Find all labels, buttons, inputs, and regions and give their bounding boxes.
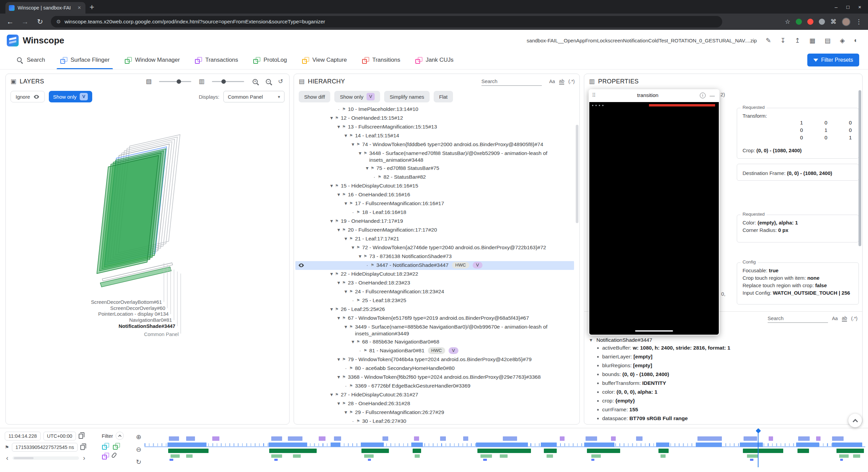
hierarchy-node[interactable]: ▾⚑68 - 885b63e NavigationBar0#68 — [295, 338, 574, 347]
hierarchy-node[interactable]: ▾⚑12 - OneHanded:15:15#12 — [295, 114, 574, 123]
hierarchy-node[interactable]: ·⚑3369 - 67726bf EdgeBackGestureHandler0… — [295, 382, 574, 391]
surfaceflinger-track-bar[interactable] — [656, 442, 669, 447]
bookmark-star-icon[interactable]: ☆ — [785, 18, 790, 25]
viewcapture-track-bar[interactable] — [293, 454, 301, 458]
new-tab-button[interactable]: + — [90, 1, 94, 13]
zoom-out-icon[interactable]: − — [266, 79, 271, 84]
current-time-field[interactable]: 11:04:14.228 — [5, 432, 41, 440]
simplify-names-toggle[interactable]: Simplify names — [384, 91, 430, 102]
transition-track-bar[interactable] — [440, 436, 446, 441]
dashboard-icon[interactable]: ▦ — [809, 37, 815, 44]
expand-arrow-icon[interactable]: ▾ — [328, 391, 335, 398]
hierarchy-node[interactable]: ▾⚑73 - 8736138 NotificationShade#73 — [295, 252, 574, 261]
hierarchy-node[interactable]: ▾⚑24 - FullscreenMagnification:18:23#24 — [295, 288, 574, 296]
nav-tab-transactions[interactable]: Transactions — [187, 51, 245, 69]
hierarchy-node[interactable]: ·⚑30 - Leaf:26:27#30 — [295, 417, 574, 423]
info-icon[interactable]: i — [700, 93, 706, 98]
expand-arrow-icon[interactable]: ▾ — [335, 400, 342, 407]
protolog-track-bar[interactable] — [591, 459, 594, 461]
url-bar[interactable]: ⚙ winscope.teams.x20web.corp.google.com/… — [51, 16, 722, 27]
forward-icon[interactable]: → — [19, 18, 31, 26]
timeline-next-button[interactable]: › — [82, 454, 87, 462]
hierarchy-node[interactable]: ▾⚑13 - FullscreenMagnification:15:15#13 — [295, 123, 574, 132]
regex-icon[interactable]: (.*) — [851, 316, 857, 321]
surfaceflinger-track-bar[interactable] — [411, 442, 423, 447]
nav-tab-protolog[interactable]: ProtoLog — [245, 51, 294, 69]
property-row[interactable]: barrierLayer: [empty] — [588, 353, 859, 362]
hierarchy-search-input[interactable] — [481, 77, 542, 86]
bug-report-icon[interactable]: ◈ — [840, 37, 845, 44]
spacing-slider[interactable] — [212, 81, 244, 82]
property-row[interactable]: activeBuffer: w: 1080, h: 2400, stride: … — [588, 345, 859, 353]
expand-arrow-icon[interactable]: ▾ — [588, 337, 594, 343]
property-row[interactable]: blurRegions: [empty] — [588, 362, 859, 371]
nav-tab-search[interactable]: Search — [9, 51, 53, 69]
viewcapture-track-bar[interactable] — [271, 454, 282, 458]
window-maximize-icon[interactable]: □ — [846, 4, 849, 10]
expand-arrow-icon[interactable]: ▾ — [342, 132, 349, 139]
expand-arrow-icon[interactable]: ▾ — [342, 288, 349, 295]
transition-track-bar[interactable] — [288, 436, 302, 441]
layers-3d-canvas[interactable]: ScreenDecorOverlayBottom#61 ScreenDecorO… — [6, 105, 289, 424]
attachment-icon[interactable] — [111, 452, 117, 458]
collapse-filter-button[interactable] — [116, 432, 124, 440]
surfaceflinger-track-bar[interactable] — [269, 442, 308, 447]
reload-icon[interactable]: ↻ — [34, 18, 46, 26]
viewcapture-track-bar[interactable] — [186, 454, 193, 458]
hierarchy-node[interactable]: ▾⚑28 - OneHanded:26:31#28 — [295, 399, 574, 408]
site-settings-icon[interactable]: ⚙ — [56, 19, 61, 25]
expand-arrow-icon[interactable]: ▾ — [342, 200, 349, 207]
timeline-prev-button[interactable]: ‹ — [5, 454, 10, 462]
transition-track-bar[interactable] — [334, 436, 341, 441]
protolog-track-bar[interactable] — [368, 459, 371, 461]
surfaceflinger-track-bar[interactable] — [584, 442, 614, 447]
layer-label[interactable]: PointerLocation - display 0#134 — [98, 311, 169, 317]
browser-tab[interactable]: Winscope | sandbox-FAI × — [5, 2, 85, 14]
expand-arrow-icon[interactable]: ▾ — [328, 115, 335, 121]
visibility-eye-icon[interactable] — [295, 262, 307, 269]
surfaceflinger-track-bar[interactable] — [167, 442, 206, 447]
transition-track-alt-bar[interactable] — [414, 436, 419, 441]
upload-icon[interactable]: ↥ — [795, 37, 800, 44]
transition-track-bar[interactable] — [832, 436, 844, 441]
properties-scrollbar[interactable] — [859, 90, 861, 246]
zoom-in-icon[interactable]: + — [253, 79, 258, 84]
transition-track-bar[interactable] — [586, 436, 597, 441]
hierarchy-node[interactable]: ▾⚑3449 - Surface(name=885b63e Navigation… — [295, 323, 574, 338]
transition-track-bar[interactable] — [503, 436, 517, 441]
windowmanager-track-bar[interactable] — [743, 449, 783, 453]
expand-arrow-icon[interactable]: ▾ — [328, 271, 335, 277]
show-diff-toggle[interactable]: Show diff — [299, 91, 330, 102]
expand-arrow-icon[interactable]: ▾ — [328, 218, 335, 224]
viewcapture-track-bar[interactable] — [415, 454, 420, 458]
hierarchy-node[interactable]: ▾⚑19 - OneHanded:17:17#19 — [295, 217, 574, 226]
windowmanager-track-bar[interactable] — [658, 449, 669, 453]
hierarchy-node[interactable]: ▾⚑75 - ed70f88 StatusBar#75 — [295, 164, 574, 173]
hierarchy-node[interactable]: ▾⚑17 - FullscreenMagnification:16:16#17 — [295, 199, 574, 208]
transition-track-bar[interactable] — [271, 436, 282, 441]
transition-track-bar[interactable] — [744, 436, 757, 441]
viewcapture-track-bar[interactable] — [839, 454, 849, 458]
drag-handle-icon[interactable]: ⠿ — [592, 92, 596, 98]
regex-icon[interactable]: (.*) — [568, 79, 575, 84]
hierarchy-node[interactable]: ▾⚑16 - OneHanded:16:16#16 — [295, 191, 574, 199]
surfaceflinger-track-bar[interactable] — [796, 442, 819, 447]
property-row[interactable]: currFrame: 155 — [588, 406, 859, 415]
hierarchy-node[interactable]: ▾⚑79 - WindowToken{7046b4a type=2024 and… — [295, 355, 574, 364]
window-minimize-icon[interactable]: – — [835, 4, 837, 10]
transition-track-bar[interactable] — [798, 436, 810, 441]
windowmanager-track-bar[interactable] — [168, 449, 209, 453]
flat-toggle[interactable]: Flat — [434, 91, 453, 102]
scroll-top-button[interactable] — [848, 414, 862, 427]
hierarchy-node[interactable]: ·⚑25 - Leaf:18:23#25 — [295, 296, 574, 305]
properties-search-input[interactable] — [768, 314, 828, 323]
windowmanager-track-bar[interactable] — [413, 449, 421, 453]
expand-arrow-icon[interactable]: ▾ — [335, 123, 342, 130]
windowmanager-track-bar[interactable] — [544, 449, 557, 453]
hierarchy-node[interactable]: ▾⚑3448 - Surface(name=ed70f88 StatusBar)… — [295, 149, 574, 164]
window-close-icon[interactable]: × — [858, 4, 861, 10]
expand-arrow-icon[interactable]: ▾ — [364, 165, 371, 172]
layers-panel-icon[interactable]: ▣ — [11, 78, 16, 85]
hierarchy-node[interactable]: ▾⚑23 - OneHanded:18:23#23 — [295, 279, 574, 288]
hierarchy-node[interactable]: ·⚑82 - StatusBar#82 — [295, 173, 574, 182]
